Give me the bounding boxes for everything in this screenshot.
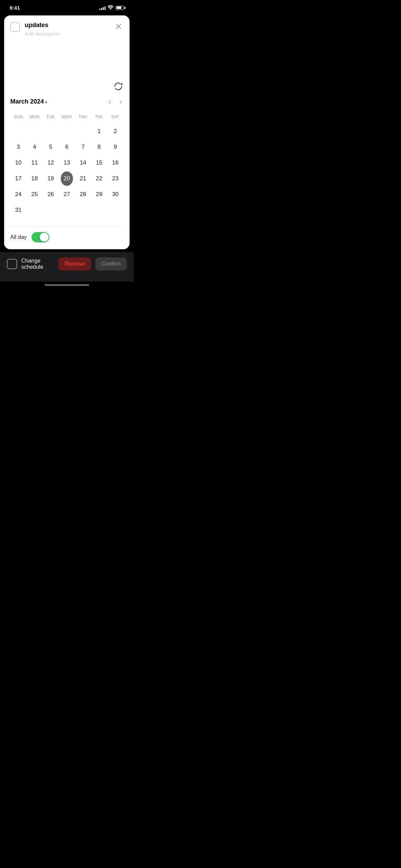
- calendar-day-4[interactable]: 4: [28, 140, 41, 154]
- status-icons: [99, 5, 124, 11]
- calendar-cell-wrapper: 29: [91, 186, 107, 202]
- calendar-day-15[interactable]: 15: [93, 156, 105, 170]
- calendar-empty-cell: [28, 203, 41, 217]
- schedule-icon: [7, 259, 17, 269]
- modal-card: updates Add description: [4, 15, 130, 249]
- calendar-day-28[interactable]: 28: [77, 187, 89, 202]
- bottom-bar: Change schedule Remove Confirm: [0, 252, 134, 281]
- calendar-cell-wrapper: [91, 202, 107, 218]
- calendar-day-19[interactable]: 19: [45, 171, 57, 186]
- calendar-cell-wrapper: 7: [75, 139, 91, 155]
- description-placeholder[interactable]: Add description: [25, 31, 109, 37]
- calendar-cell-wrapper: 17: [10, 171, 26, 186]
- day-label-thu: THU: [75, 113, 91, 121]
- calendar-empty-cell: [109, 203, 121, 217]
- close-button[interactable]: [114, 22, 123, 31]
- calendar-cell-wrapper: 21: [75, 171, 91, 186]
- calendar-cell-wrapper: 8: [91, 139, 107, 155]
- calendar-month-chevron: ›: [45, 99, 47, 105]
- calendar-day-24[interactable]: 24: [12, 187, 25, 202]
- calendar-empty-cell: [77, 124, 89, 138]
- calendar-cell-wrapper: [26, 123, 42, 139]
- calendar-cell-wrapper: 22: [91, 171, 107, 186]
- calendar-day-7[interactable]: 7: [77, 140, 89, 154]
- calendar-grid: 1234567891011121314151617181920212223242…: [10, 123, 123, 218]
- calendar-day-18[interactable]: 18: [28, 171, 41, 186]
- calendar-day-20[interactable]: 20: [61, 171, 73, 186]
- calendar-day-3[interactable]: 3: [12, 140, 25, 154]
- calendar-cell-wrapper: 11: [26, 155, 42, 171]
- home-indicator: [0, 281, 134, 289]
- calendar-cell-wrapper: [75, 123, 91, 139]
- status-bar: 9:41: [0, 0, 134, 13]
- calendar-day-13[interactable]: 13: [61, 156, 73, 170]
- calendar-day-5[interactable]: 5: [45, 140, 57, 154]
- calendar-cell-wrapper: [10, 123, 26, 139]
- calendar-cell-wrapper: [59, 202, 75, 218]
- calendar-empty-cell: [28, 124, 41, 138]
- calendar-day-9[interactable]: 9: [109, 140, 121, 154]
- calendar-day-1[interactable]: 1: [93, 124, 105, 138]
- calendar-day-26[interactable]: 26: [45, 187, 57, 202]
- calendar-cell-wrapper: 26: [42, 186, 59, 202]
- calendar-day-16[interactable]: 16: [109, 156, 121, 170]
- calendar-day-30[interactable]: 30: [109, 187, 121, 202]
- calendar-day-22[interactable]: 22: [93, 171, 105, 186]
- calendar-cell-wrapper: 9: [107, 139, 123, 155]
- calendar-cell-wrapper: 30: [107, 186, 123, 202]
- calendar-cell-wrapper: 16: [107, 155, 123, 171]
- calendar-day-12[interactable]: 12: [45, 156, 57, 170]
- calendar-day-29[interactable]: 29: [93, 187, 105, 202]
- calendar-day-2[interactable]: 2: [109, 124, 121, 138]
- calendar-prev-button[interactable]: ‹: [107, 96, 112, 107]
- toggle-knob: [40, 233, 49, 242]
- all-day-toggle[interactable]: [32, 232, 49, 242]
- calendar-cell-wrapper: 6: [59, 139, 75, 155]
- card-header: updates Add description: [4, 15, 130, 42]
- calendar-cell-wrapper: 2: [107, 123, 123, 139]
- day-label-sat: SAT: [107, 113, 123, 121]
- calendar-empty-cell: [45, 124, 57, 138]
- day-label-fri: FRI: [91, 113, 107, 121]
- day-label-mon: MON: [26, 113, 42, 121]
- calendar-cell-wrapper: 3: [10, 139, 26, 155]
- calendar-day-21[interactable]: 21: [77, 171, 89, 186]
- status-time: 9:41: [10, 5, 20, 11]
- confirm-button[interactable]: Confirm: [95, 257, 127, 270]
- calendar-day-25[interactable]: 25: [28, 187, 41, 202]
- calendar-cell-wrapper: [75, 202, 91, 218]
- calendar-section: March 2024 › ‹ › SUN MON TUE WED THU FRI: [10, 96, 123, 224]
- task-title-area: updates Add description: [25, 22, 109, 37]
- day-label-tue: TUE: [42, 113, 59, 121]
- calendar-day-17[interactable]: 17: [12, 171, 25, 186]
- calendar-cell-wrapper: 19: [42, 171, 59, 186]
- calendar-day-31[interactable]: 31: [12, 203, 25, 217]
- calendar-day-6[interactable]: 6: [61, 140, 73, 154]
- calendar-day-10[interactable]: 10: [12, 156, 25, 170]
- recurrence-add-icon[interactable]: [113, 81, 123, 94]
- remove-button[interactable]: Remove: [58, 257, 91, 270]
- calendar-day-14[interactable]: 14: [77, 156, 89, 170]
- calendar-cell-wrapper: [26, 202, 42, 218]
- calendar-day-23[interactable]: 23: [109, 171, 121, 186]
- calendar-empty-cell: [93, 203, 105, 217]
- calendar-cell-wrapper: 27: [59, 186, 75, 202]
- recurrence-area: [10, 76, 123, 96]
- change-schedule-label[interactable]: Change schedule: [21, 258, 54, 270]
- calendar-month-button[interactable]: March 2024 ›: [10, 98, 47, 105]
- calendar-cell-wrapper: 13: [59, 155, 75, 171]
- all-day-row: All day: [10, 226, 123, 249]
- calendar-cell-wrapper: 4: [26, 139, 42, 155]
- calendar-cell-wrapper: 23: [107, 171, 123, 186]
- calendar-empty-cell: [45, 203, 57, 217]
- calendar-month-label: March 2024: [10, 98, 44, 105]
- calendar-cell-wrapper: 28: [75, 186, 91, 202]
- calendar-day-27[interactable]: 27: [61, 187, 73, 202]
- task-checkbox[interactable]: [10, 22, 20, 32]
- calendar-day-11[interactable]: 11: [28, 156, 41, 170]
- calendar-navigation: ‹ ›: [107, 96, 123, 107]
- wifi-icon: [108, 5, 113, 11]
- calendar-cell-wrapper: [59, 123, 75, 139]
- calendar-next-button[interactable]: ›: [118, 96, 123, 107]
- calendar-day-8[interactable]: 8: [93, 140, 105, 154]
